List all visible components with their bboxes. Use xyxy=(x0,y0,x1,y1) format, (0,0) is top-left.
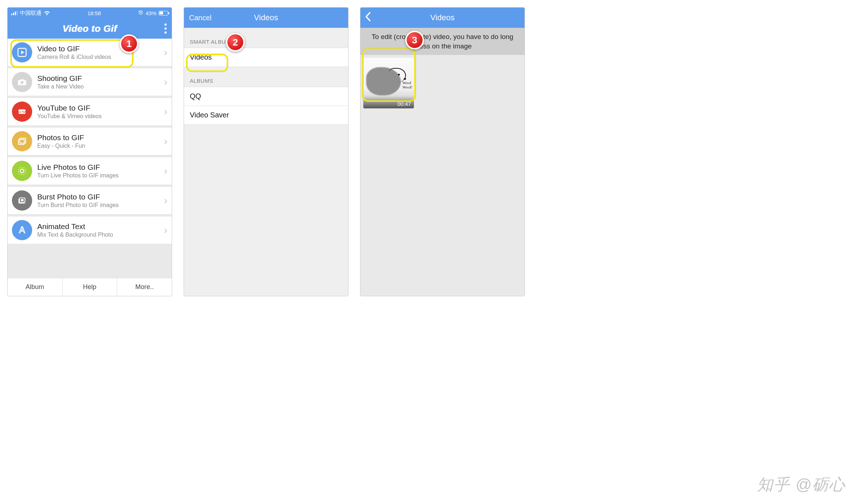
svg-point-2 xyxy=(21,81,23,84)
chevron-right-icon: › xyxy=(164,224,167,236)
menu-subtitle: Turn Burst Photo to GIF images xyxy=(37,202,159,208)
nav-bar: Cancel Videos xyxy=(184,8,348,28)
chevron-right-icon: › xyxy=(164,165,167,177)
svg-point-8 xyxy=(18,167,26,175)
chevron-right-icon: › xyxy=(164,47,167,58)
play-icon xyxy=(12,42,32,63)
menu-item-shooting-gif[interactable]: Shooting GIF Take a New Video › xyxy=(8,68,172,96)
burst-icon xyxy=(12,190,32,211)
text-icon: A xyxy=(12,220,32,240)
app-header: Video to Gif xyxy=(8,18,172,39)
help-button[interactable]: Help xyxy=(63,278,117,296)
more-button[interactable]: More.. xyxy=(117,278,172,296)
svg-rect-5 xyxy=(20,138,26,143)
back-button[interactable] xyxy=(365,12,371,24)
section-header-albums: ALBUMS xyxy=(184,67,348,87)
screen-1-main-menu: 中国联通 18:58 43% Video to Gif xyxy=(7,7,172,296)
main-menu-list: Video to GIF Camera Roll & iCloud videos… xyxy=(8,39,172,278)
svg-rect-10 xyxy=(21,199,24,201)
menu-subtitle: Take a New Video xyxy=(37,83,159,90)
battery-icon xyxy=(159,11,168,16)
svg-point-7 xyxy=(20,169,24,173)
signal-icon xyxy=(11,11,18,15)
edit-hint-banner: To edit (crop/rotate) video, you have to… xyxy=(360,28,525,55)
menu-subtitle: Camera Roll & iCloud videos xyxy=(37,54,159,60)
more-menu-icon[interactable] xyxy=(164,23,167,34)
menu-item-youtube-to-gif[interactable]: You Tube YouTube to GIF YouTube & Vimeo … xyxy=(8,98,172,126)
carrier-label: 中国联通 xyxy=(20,10,42,17)
nav-title: Videos xyxy=(254,13,278,22)
nav-bar: Videos xyxy=(360,8,525,28)
menu-subtitle: Turn Live Photos to GIF images xyxy=(37,172,159,179)
live-photo-icon xyxy=(12,161,32,181)
menu-title: Burst Photo to GIF xyxy=(37,193,159,201)
clock: 18:58 xyxy=(87,10,101,16)
menu-item-live-photos-to-gif[interactable]: Live Photos to GIF Turn Live Photos to G… xyxy=(8,157,172,185)
album-row-videos[interactable]: Videos xyxy=(184,48,348,67)
cancel-button[interactable]: Cancel xyxy=(189,14,211,22)
menu-title: Video to GIF xyxy=(37,44,159,53)
screen-3-video-grid: Videos To edit (crop/rotate) video, you … xyxy=(360,7,525,296)
menu-subtitle: YouTube & Vimeo videos xyxy=(37,113,159,120)
orientation-lock-icon xyxy=(138,10,144,16)
status-bar: 中国联通 18:58 43% xyxy=(8,8,172,18)
video-thumbnail[interactable]: Woof Woof! 00:47 xyxy=(363,58,414,108)
menu-item-video-to-gif[interactable]: Video to GIF Camera Roll & iCloud videos… xyxy=(8,39,172,66)
menu-subtitle: Easy - Quick - Fun xyxy=(37,143,159,149)
svg-rect-6 xyxy=(18,139,24,145)
menu-title: Shooting GIF xyxy=(37,74,159,83)
menu-item-burst-photo-to-gif[interactable]: Burst Photo to GIF Turn Burst Photo to G… xyxy=(8,186,172,215)
menu-title: Animated Text xyxy=(37,222,159,231)
photos-icon xyxy=(12,131,32,151)
chevron-right-icon: › xyxy=(164,76,167,88)
app-title: Video to Gif xyxy=(63,23,117,34)
callout-badge-1: 1 xyxy=(120,34,138,53)
menu-subtitle: Mix Text & Background Photo xyxy=(37,232,159,238)
battery-pct: 43% xyxy=(146,10,157,16)
chevron-right-icon: › xyxy=(164,106,167,117)
video-duration: 00:47 xyxy=(363,96,414,108)
video-thumbnail-grid: Woof Woof! 00:47 xyxy=(360,55,525,296)
menu-title: YouTube to GIF xyxy=(37,104,159,112)
chevron-right-icon: › xyxy=(164,195,167,206)
callout-badge-2: 2 xyxy=(226,33,245,52)
svg-rect-0 xyxy=(140,12,141,13)
album-row-video-saver[interactable]: Video Saver xyxy=(184,106,348,125)
callout-badge-3: 3 xyxy=(405,31,424,49)
menu-item-photos-to-gif[interactable]: Photos to GIF Easy - Quick - Fun › xyxy=(8,127,172,155)
wifi-icon xyxy=(44,11,50,16)
menu-item-animated-text[interactable]: A Animated Text Mix Text & Background Ph… xyxy=(8,216,172,244)
album-button[interactable]: Album xyxy=(8,278,63,296)
menu-title: Live Photos to GIF xyxy=(37,163,159,172)
nav-title: Videos xyxy=(431,13,455,22)
youtube-icon: You Tube xyxy=(12,102,32,122)
album-row-qq[interactable]: QQ xyxy=(184,87,348,106)
watermark: 知乎 @砺心 xyxy=(757,474,846,495)
chevron-right-icon: › xyxy=(164,135,167,147)
svg-text:You Tube: You Tube xyxy=(17,110,27,113)
bottom-toolbar: Album Help More.. xyxy=(8,278,172,296)
svg-text:A: A xyxy=(19,225,25,235)
thumb-sketch-text: Woof Woof! xyxy=(402,81,412,89)
section-header-smart-albums: SMART ALBUMS xyxy=(184,28,348,48)
menu-title: Photos to GIF xyxy=(37,133,159,142)
camera-icon xyxy=(12,72,32,92)
screen-2-album-picker: Cancel Videos SMART ALBUMS Videos ALBUMS… xyxy=(184,7,348,296)
